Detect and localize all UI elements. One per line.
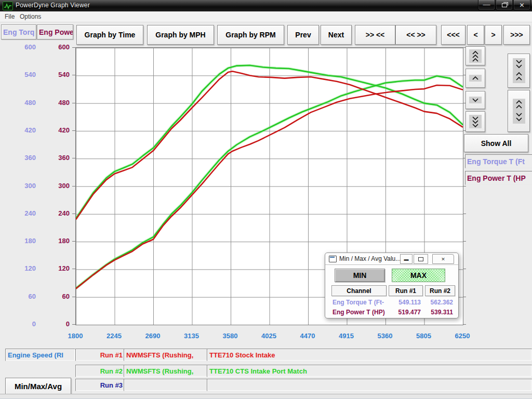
run3-comment-field[interactable] <box>124 379 209 391</box>
axis-tick <box>463 186 466 187</box>
power-tick-label: 600 <box>37 43 70 51</box>
torque-tick-label: 60 <box>0 292 36 300</box>
axis-tick <box>463 324 466 325</box>
axis-tick <box>72 269 75 269</box>
power-tick-label: 180 <box>37 237 70 245</box>
scale-up-fast-button[interactable] <box>466 46 485 65</box>
title-bar: PowerDyne Graph Viewer ── ✕ <box>0 0 532 12</box>
run1-label[interactable]: Run #1 <box>75 349 125 361</box>
run2-comment-field[interactable]: NWMSFTS (Rushing, <box>124 365 209 377</box>
rpm-tick-label: 3135 <box>175 332 208 340</box>
scroll-left-button[interactable]: < <box>467 25 484 45</box>
minmax-row-channel: Eng Power T (HP) <box>332 309 385 316</box>
graph-by-mph-button[interactable]: Graph by MPH <box>147 25 214 45</box>
channel-torque-field[interactable]: Eng Torque T (Ft <box>465 154 532 168</box>
prev-button[interactable]: Prev <box>287 25 319 45</box>
minmax-close-icon[interactable]: ✕ <box>432 254 454 264</box>
minmax-row-value: 549.113 <box>389 299 421 306</box>
menu-options[interactable]: Options <box>20 13 41 20</box>
run2-description-field[interactable]: TTE710 CTS Intake Port Match <box>207 365 532 377</box>
window-title: PowerDyne Graph Viewer <box>16 2 90 9</box>
chevron-up-icon <box>469 75 482 82</box>
x-axis-channel-field[interactable]: Engine Speed (RI <box>5 349 75 361</box>
power-tick-label: 60 <box>37 292 70 300</box>
axis-tick <box>72 103 75 103</box>
power-tick-label: 420 <box>37 126 70 134</box>
axis-tick <box>72 75 75 75</box>
axis-tick <box>463 214 466 214</box>
run3-description-field[interactable] <box>207 379 532 391</box>
torque-tick-label: 120 <box>0 264 36 272</box>
torque-tick-label: 420 <box>0 126 36 134</box>
next-button[interactable]: Next <box>321 25 352 45</box>
torque-tick-label: 0 <box>0 320 36 328</box>
minmax-row-channel: Eng Torque T (Ft- <box>332 299 384 306</box>
window-controls: ── ✕ <box>477 0 530 10</box>
expand-scale-button[interactable] <box>508 90 530 132</box>
axis-tick <box>72 130 75 131</box>
menu-bar: File Options <box>0 11 532 22</box>
app-icon <box>3 2 13 10</box>
minmax-row-value: 539.311 <box>425 309 453 316</box>
menu-file[interactable]: File <box>5 13 15 20</box>
scale-down-fast-button[interactable] <box>466 111 485 132</box>
scroll-right-button[interactable]: > <box>485 25 502 45</box>
rpm-tick-label: 3580 <box>214 332 247 340</box>
minmax-window-icon <box>329 256 337 262</box>
scale-up-button[interactable] <box>466 69 485 88</box>
power-tick-label: 480 <box>37 99 70 107</box>
torque-tick-label: 300 <box>0 182 36 190</box>
chevrons-expand-icon <box>513 99 525 124</box>
rpm-tick-label: 1800 <box>59 332 92 340</box>
graph-by-time-button[interactable]: Graph by Time <box>76 25 143 45</box>
tab-eng-power[interactable]: Eng Powe <box>37 24 73 39</box>
power-tick-label: 240 <box>37 209 70 217</box>
channel-power-field[interactable]: Eng Power T (HP <box>465 171 532 185</box>
show-all-button[interactable]: Show All <box>464 134 528 152</box>
rpm-tick-label: 4915 <box>330 332 363 340</box>
minmax-row-value: 562.362 <box>425 299 453 306</box>
max-toggle-button[interactable]: MAX <box>392 269 445 282</box>
minmax-row-value: 519.477 <box>389 309 421 316</box>
axis-tick <box>72 214 75 214</box>
run2-label[interactable]: Run #2 <box>75 365 125 377</box>
zoom-out-button[interactable]: << >> <box>395 25 436 45</box>
compress-scale-button[interactable] <box>508 54 530 88</box>
axis-tick <box>72 324 75 325</box>
axis-tick <box>463 269 466 269</box>
minmaxavg-button[interactable]: Min/Max/Avg <box>5 378 71 395</box>
tab-eng-torque[interactable]: Eng Torq <box>1 24 36 39</box>
minmax-window[interactable]: Min / Max / Avg Valu... ▬ ✕ MIN MAX Chan… <box>325 252 459 318</box>
axis-tick <box>72 297 75 297</box>
close-icon[interactable]: ✕ <box>513 0 530 10</box>
power-tick-label: 300 <box>37 182 70 190</box>
torque-tick-label: 240 <box>0 209 36 217</box>
axis-tick <box>463 241 466 242</box>
graph-by-rpm-button[interactable]: Graph by RPM <box>217 25 284 45</box>
axis-tick <box>72 158 75 158</box>
min-toggle-button[interactable]: MIN <box>335 269 385 282</box>
chevrons-compress-icon <box>513 58 525 83</box>
triple-chevron-up-icon <box>469 49 482 63</box>
minmax-restore-icon[interactable] <box>414 254 428 264</box>
rpm-tick-label: 2690 <box>136 332 169 340</box>
minmax-titlebar[interactable]: Min / Max / Avg Valu... ▬ ✕ <box>325 253 458 265</box>
run1-comment-field[interactable]: NWMSFTS (Rushing, <box>124 349 209 361</box>
run3-label[interactable]: Run #3 <box>75 379 125 391</box>
minimize-icon[interactable]: ── <box>478 0 495 10</box>
scale-down-button[interactable] <box>466 91 485 109</box>
rpm-tick-label: 2245 <box>98 332 131 340</box>
scroll-last-button[interactable]: >>> <box>503 25 530 45</box>
run1-description-field[interactable]: TTE710 Stock Intake <box>207 349 532 361</box>
power-tick-label: 0 <box>37 320 70 328</box>
scroll-first-button[interactable]: <<< <box>441 25 466 45</box>
minmax-header-run1: Run #1 <box>389 285 423 296</box>
restore-icon[interactable] <box>496 0 513 10</box>
rpm-tick-label: 5805 <box>407 332 441 340</box>
torque-tick-label: 540 <box>0 71 36 78</box>
power-tick-label: 540 <box>37 71 70 78</box>
rpm-tick-label: 4470 <box>291 332 324 340</box>
zoom-in-button[interactable]: >> << <box>355 25 395 45</box>
axis-tick <box>72 241 75 242</box>
minmax-minimize-icon[interactable]: ▬ <box>400 254 413 264</box>
